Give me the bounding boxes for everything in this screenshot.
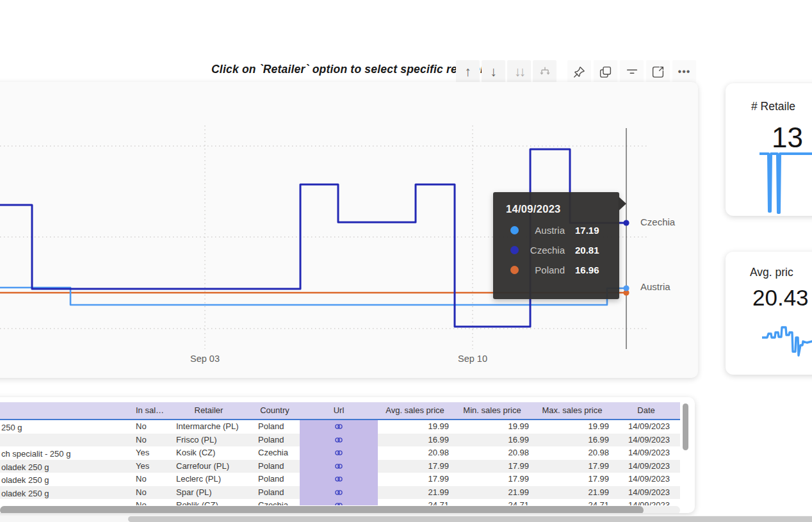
link-icon[interactable]: [334, 448, 344, 457]
table-cell: Spar (PL): [168, 486, 250, 500]
table-row[interactable]: NoFrisco (PL)Poland16.9916.9916.9914/09/…: [0, 434, 680, 447]
table-cell: Poland: [250, 460, 300, 473]
table-cell: 24.71: [452, 499, 532, 505]
table-cell: 21.99: [378, 486, 452, 500]
column-header-url[interactable]: Url: [300, 402, 378, 419]
table-cell: Czechia: [250, 499, 300, 505]
toolbar-drill-up-button[interactable]: ↑: [456, 60, 480, 83]
table-cell: No: [128, 434, 168, 447]
table-cell: 17.99: [452, 460, 532, 473]
url-cell[interactable]: [300, 434, 378, 447]
link-icon[interactable]: [334, 436, 344, 445]
kpi-card-avg-price[interactable]: Avg. pric 20.43: [726, 252, 812, 375]
table-cell: 16.99: [532, 434, 612, 447]
kpi-value: 20.43: [752, 285, 809, 311]
table-cell: 16.99: [452, 434, 532, 447]
tooltip-series-value: 16.96: [575, 265, 599, 275]
page-horizontal-scrollbar[interactable]: [0, 516, 812, 522]
table-cell: oladek 250 g: [0, 460, 128, 473]
table-cell: oladek 250 g: [0, 486, 128, 500]
table-vertical-scrollbar-thumb[interactable]: [683, 404, 688, 450]
table-cell: Leclerc (PL): [168, 473, 250, 486]
table-row[interactable]: oladek 250 gNoSpar (PL)Poland21.9921.992…: [0, 486, 680, 500]
tooltip-series-row: Poland16.96: [493, 260, 619, 280]
series-edge-label: Czechia: [640, 216, 676, 227]
table-row[interactable]: oladek 250 gNoLeclerc (PL)Poland17.9917.…: [0, 473, 680, 486]
column-header-date[interactable]: Date: [612, 402, 680, 419]
table-cell: 24.71: [378, 499, 452, 505]
url-cell[interactable]: [300, 420, 378, 434]
tooltip-series-label: Austria: [519, 225, 565, 236]
kpi-card-retailers[interactable]: # Retaile 13: [726, 83, 812, 216]
table-cell: No: [128, 473, 168, 486]
tooltip-series-dot-icon: [510, 246, 519, 254]
table-row[interactable]: oladek 250 gYesCarrefour (PL)Poland17.99…: [0, 460, 680, 473]
table-cell: 20.98: [532, 446, 612, 460]
x-axis-tick-label: Sep 10: [458, 354, 487, 364]
column-header-product[interactable]: [0, 402, 128, 419]
kpi-sparkline: [762, 318, 812, 358]
table-cell: 24.71: [532, 499, 612, 505]
table-cell: Rohlik (CZ): [168, 499, 250, 505]
toolbar-drill-down-button[interactable]: ↓: [482, 60, 505, 83]
toolbar-copy-button[interactable]: [594, 60, 617, 83]
table-row[interactable]: ch specialit - 250 gYesKosik (CZ)Czechia…: [0, 446, 680, 460]
table-cell: No: [128, 499, 168, 505]
toolbar-focus-mode-button[interactable]: [646, 60, 670, 83]
tooltip-series-dot-icon: [510, 266, 519, 274]
column-header-retailer[interactable]: Retailer: [168, 402, 250, 419]
table-cell: [0, 499, 128, 505]
table-cell: 20.98: [452, 446, 532, 460]
table-row[interactable]: NoRohlik (CZ)Czechia24.7124.7124.7114/09…: [0, 499, 680, 505]
link-icon[interactable]: [334, 488, 344, 497]
table-cell: 14/09/2023: [612, 486, 680, 500]
url-cell[interactable]: [300, 486, 378, 500]
table-cell: 16.99: [378, 434, 452, 447]
link-icon[interactable]: [334, 501, 344, 505]
column-header-max-sales-price[interactable]: Max. sales price: [532, 402, 612, 419]
table-cell: 19.99: [532, 420, 612, 434]
table-horizontal-scrollbar[interactable]: [0, 506, 680, 513]
toolbar-filter-button[interactable]: [620, 60, 644, 83]
table-cell: [0, 434, 128, 447]
table-cell: 14/09/2023: [612, 434, 680, 447]
link-icon[interactable]: [334, 422, 344, 431]
table-cell: No: [128, 420, 168, 434]
table-cell: 14/09/2023: [612, 446, 680, 460]
tooltip-series-value: 20.81: [575, 245, 599, 256]
toolbar-pin-button[interactable]: [567, 60, 591, 83]
table-cell: ch specialit - 250 g: [0, 446, 128, 460]
url-cell[interactable]: [300, 446, 378, 460]
toolbar-expand-all-button[interactable]: [533, 60, 556, 83]
table-cell: Poland: [250, 486, 300, 500]
table-cell: 17.99: [452, 473, 532, 486]
url-cell[interactable]: [300, 473, 378, 486]
table-cell: No: [128, 486, 168, 500]
page-horizontal-scrollbar-thumb[interactable]: [128, 516, 812, 522]
table-cell: Poland: [250, 473, 300, 486]
table-row[interactable]: 250 gNoIntermarche (PL)Poland19.9919.991…: [0, 420, 680, 434]
link-icon[interactable]: [334, 462, 344, 471]
tooltip-pointer: [619, 197, 626, 211]
tooltip-series-row: Czechia20.81: [493, 240, 619, 260]
url-cell[interactable]: [300, 460, 378, 473]
table-cell: 17.99: [532, 460, 612, 473]
table-horizontal-scrollbar-thumb[interactable]: [0, 506, 644, 513]
series-edge-label: Austria: [640, 281, 670, 292]
tooltip-series-row: Austria17.19: [493, 220, 619, 240]
toolbar-drill-next-level-button[interactable]: ↓↓: [507, 60, 531, 83]
toolbar-more-options-button[interactable]: •••: [672, 60, 696, 83]
column-header-avg-sales-price[interactable]: Avg. sales price: [378, 402, 452, 419]
table-cell: Kosik (CZ): [168, 446, 250, 460]
table-cell: 20.98: [378, 446, 452, 460]
table-cell: 14/09/2023: [612, 420, 680, 434]
link-icon[interactable]: [334, 475, 344, 484]
kpi-title: Avg. pric: [750, 266, 793, 279]
column-header-in-sal-[interactable]: In sal…: [128, 402, 168, 419]
tooltip-series-dot-icon: [510, 226, 519, 234]
table-cell: 17.99: [532, 473, 612, 486]
column-header-min-sales-price[interactable]: Min. sales price: [452, 402, 532, 419]
column-header-country[interactable]: Country: [250, 402, 300, 419]
table-cell: 17.99: [378, 460, 452, 473]
url-cell[interactable]: [300, 499, 378, 505]
